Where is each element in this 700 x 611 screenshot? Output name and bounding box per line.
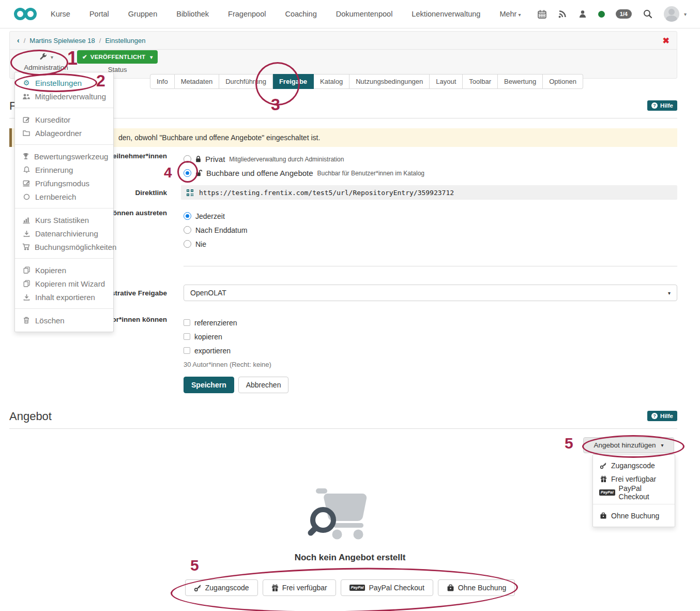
tab-info[interactable]: Info xyxy=(150,74,175,89)
tab-freigabe[interactable]: Freigabe xyxy=(273,74,314,89)
user-menu[interactable]: ▾ xyxy=(664,6,687,22)
checkbox-kopieren[interactable] xyxy=(184,333,190,340)
menu-item-kopieren-wizard[interactable]: Kopieren mit Wizard xyxy=(15,277,113,290)
nav-item-portal[interactable]: Portal xyxy=(89,10,109,18)
menu-item-ablageordner[interactable]: Ablageordner xyxy=(15,126,113,140)
breadcrumb-settings-link[interactable]: Einstellungen xyxy=(105,37,145,44)
briefcase-lock-icon xyxy=(447,584,454,592)
tab-nutzungsbedingungen[interactable]: Nutzungsbedingungen xyxy=(349,74,430,89)
check-icon: ✔ xyxy=(82,53,87,61)
copy-icon xyxy=(22,280,31,287)
offer-menu-paypal[interactable]: PayPal PayPal Checkout xyxy=(593,486,675,499)
add-offer-dropdown-menu: Zugangscode Frei verfügbar PayPal PayPal… xyxy=(592,454,675,527)
angebot-section-header: Angebot ? Hilfe xyxy=(9,410,677,429)
settings-tabs: Info Metadaten Durchführung Freigabe Kat… xyxy=(150,74,583,89)
radio-nie[interactable] xyxy=(184,240,191,248)
radio-privat[interactable] xyxy=(184,155,191,163)
tab-durchfuehrung[interactable]: Durchführung xyxy=(219,74,273,89)
nach-enddatum-option-label: Nach Enddatum xyxy=(195,226,247,234)
referenzieren-option-label: referenzieren xyxy=(194,319,237,327)
menu-item-buchungsmoeglichkeiten[interactable]: Buchungsmöglichkeiten xyxy=(15,240,113,254)
privat-option-label: Privat xyxy=(205,155,225,163)
paypal-icon: PayPal xyxy=(349,585,366,591)
checkbox-exportieren[interactable] xyxy=(184,347,190,354)
form-divider xyxy=(184,266,677,266)
offer-menu-zugangscode[interactable]: Zugangscode xyxy=(593,459,675,472)
rss-icon[interactable] xyxy=(558,9,567,19)
nav-item-coaching[interactable]: Coaching xyxy=(285,10,316,18)
copy-icon xyxy=(22,266,31,274)
bar-chart-icon xyxy=(22,217,31,223)
tab-layout[interactable]: Layout xyxy=(430,74,463,89)
openolat-logo-icon[interactable] xyxy=(13,6,37,22)
nav-item-lektionenverwaltung[interactable]: Lektionenverwaltung xyxy=(412,10,480,18)
menu-item-inhalt-exportieren[interactable]: Inhalt exportieren xyxy=(15,290,113,304)
close-icon[interactable]: ✖ xyxy=(663,36,669,46)
menu-item-loeschen[interactable]: Löschen xyxy=(15,314,113,327)
menu-item-mitgliederverwaltung[interactable]: Mitgliederverwaltung xyxy=(15,90,113,103)
cancel-button[interactable]: Abbrechen xyxy=(238,377,289,393)
save-button[interactable]: Speichern xyxy=(184,377,234,393)
tab-metadaten[interactable]: Metadaten xyxy=(175,74,219,89)
add-offer-button[interactable]: Angebot hinzufügen ▾ xyxy=(583,437,674,453)
menu-item-kurseditor[interactable]: Kurseditor xyxy=(15,113,113,126)
download-icon xyxy=(22,294,31,301)
tab-toolbar[interactable]: Toolbar xyxy=(463,74,498,89)
nav-item-bibliothek[interactable]: Bibliothek xyxy=(176,10,209,18)
checkbox-referenzieren[interactable] xyxy=(184,319,190,326)
nav-item-dokumentenpool[interactable]: Dokumentenpool xyxy=(336,10,393,18)
page: Kurse Portal Gruppen Bibliothek Fragenpo… xyxy=(0,0,700,611)
offer-quick-buttons: Zugangscode Frei verfügbar PayPal PayPal… xyxy=(0,579,700,596)
menu-item-bewertungswerkzeug[interactable]: Bewertungswerkzeug xyxy=(15,150,113,163)
person-icon[interactable] xyxy=(578,9,587,19)
jederzeit-option-label: Jederzeit xyxy=(195,212,225,220)
chevron-down-icon: ▾ xyxy=(518,12,521,18)
radio-buchbar[interactable] xyxy=(184,169,191,177)
search-icon[interactable] xyxy=(643,9,653,19)
nav-item-kurse[interactable]: Kurse xyxy=(51,10,70,18)
tab-optionen[interactable]: Optionen xyxy=(543,74,583,89)
tab-katalog[interactable]: Katalog xyxy=(314,74,349,89)
direktlink-bar: https://testing.frentix.com/test5/url/Re… xyxy=(181,185,677,200)
administrative-freigabe-select[interactable]: OpenOLAT ▾ xyxy=(184,285,677,301)
menu-item-pruefungsmodus[interactable]: Prüfungsmodus xyxy=(15,176,113,190)
briefcase-lock-icon xyxy=(599,512,607,519)
menu-item-einstellungen[interactable]: ⚙ Einstellungen xyxy=(15,76,113,90)
radio-nach-enddatum[interactable] xyxy=(184,226,191,234)
breadcrumb-course-link[interactable]: Martins Spielwiese 18 xyxy=(29,37,95,44)
administration-button[interactable]: ▾ Administration xyxy=(19,51,73,71)
direktlink-url[interactable]: https://testing.frentix.com/test5/url/Re… xyxy=(199,189,454,197)
back-chevron-icon[interactable]: ‹ xyxy=(17,36,20,44)
menu-item-datenarchivierung[interactable]: Datenarchivierung xyxy=(15,227,113,240)
chevron-down-icon: ▾ xyxy=(668,290,671,296)
menu-item-erinnerung[interactable]: Erinnerung xyxy=(15,163,113,176)
menu-divider xyxy=(15,308,113,309)
trophy-icon xyxy=(22,153,29,160)
menu-item-kurs-statistiken[interactable]: Kurs Statistiken xyxy=(15,213,113,227)
ohne-buchung-button[interactable]: Ohne Buchung xyxy=(438,579,515,596)
menu-item-kopieren[interactable]: Kopieren xyxy=(15,263,113,277)
administration-dropdown-menu: ⚙ Einstellungen Mitgliederverwaltung Kur… xyxy=(14,72,114,332)
help-button[interactable]: ? Hilfe xyxy=(647,100,677,111)
exportieren-option-label: exportieren xyxy=(194,347,231,355)
gears-icon: ⚙ xyxy=(22,79,31,86)
radio-jederzeit[interactable] xyxy=(184,212,191,220)
calendar-icon[interactable] xyxy=(537,9,547,19)
help-button[interactable]: ? Hilfe xyxy=(647,411,677,421)
qr-code-icon[interactable] xyxy=(186,189,194,197)
circle-icon xyxy=(22,193,31,200)
nav-item-mehr[interactable]: Mehr▾ xyxy=(499,10,521,18)
zugangscode-button[interactable]: Zugangscode xyxy=(185,579,258,596)
paypal-checkout-button[interactable]: PayPal PayPal Checkout xyxy=(341,579,433,596)
privat-option-desc: Mitgliederverwaltung durch Administratio… xyxy=(229,156,344,163)
nav-item-fragenpool[interactable]: Fragenpool xyxy=(228,10,266,18)
nav-item-gruppen[interactable]: Gruppen xyxy=(128,10,157,18)
frei-verfuegbar-button[interactable]: Frei verfügbar xyxy=(263,579,336,596)
offer-menu-ohne-buchung[interactable]: Ohne Buchung xyxy=(593,509,675,523)
unlock-icon xyxy=(195,170,202,176)
status-published-button[interactable]: ✔ VERÖFFENTLICHT ▾ xyxy=(77,50,158,64)
menu-item-lernbereich[interactable]: Lernbereich xyxy=(15,190,113,203)
gift-icon xyxy=(599,475,607,483)
wrench-icon xyxy=(39,53,47,61)
tab-bewertung[interactable]: Bewertung xyxy=(498,74,543,89)
